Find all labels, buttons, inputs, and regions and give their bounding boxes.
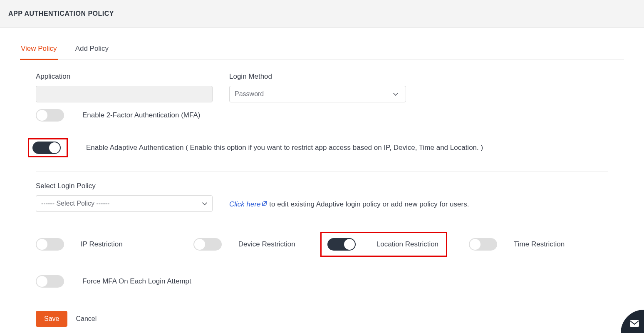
login-method-select[interactable]: Password xyxy=(229,86,406,102)
login-policy-placeholder: ------ Select Policy ------ xyxy=(41,200,109,207)
row-select-policy: Select Login Policy ------ Select Policy… xyxy=(36,182,608,212)
tabs: View Policy Add Policy xyxy=(20,45,624,60)
svg-rect-0 xyxy=(630,320,639,327)
cancel-button[interactable]: Cancel xyxy=(76,315,97,323)
login-method-label: Login Method xyxy=(229,72,406,81)
login-policy-hint: Click here to edit existing Adaptive log… xyxy=(229,200,469,212)
external-link-icon xyxy=(262,200,268,209)
action-row: Save Cancel xyxy=(36,311,608,327)
restriction-ip: IP Restriction xyxy=(36,238,123,251)
click-here-link[interactable]: Click here xyxy=(229,200,268,208)
section-divider xyxy=(36,171,608,172)
restriction-device: Device Restriction xyxy=(193,238,295,251)
page-title: APP AUTHENTICATION POLICY xyxy=(8,10,636,17)
toggle-enable-mfa[interactable] xyxy=(36,109,64,122)
mail-icon xyxy=(629,320,639,327)
login-method-value: Password xyxy=(235,90,264,98)
field-login-method: Login Method Password xyxy=(229,72,406,102)
tab-add-policy[interactable]: Add Policy xyxy=(74,45,109,60)
location-restriction-label: Location Restriction xyxy=(376,240,438,249)
row-enable-mfa: Enable 2-Factor Authentication (MFA) xyxy=(36,109,608,122)
content-area: View Policy Add Policy Application Login… xyxy=(0,28,644,327)
toggle-device-restriction[interactable] xyxy=(193,238,222,251)
row-force-mfa: Force MFA On Each Login Attempt xyxy=(36,275,608,288)
tab-view-policy[interactable]: View Policy xyxy=(20,45,58,60)
enable-mfa-label: Enable 2-Factor Authentication (MFA) xyxy=(82,111,200,119)
force-mfa-label: Force MFA On Each Login Attempt xyxy=(82,277,191,286)
row-application-login: Application Login Method Password xyxy=(36,72,608,102)
row-restrictions: IP Restriction Device Restriction Locati… xyxy=(36,232,608,257)
toggle-time-restriction[interactable] xyxy=(469,238,497,251)
login-policy-select[interactable]: ------ Select Policy ------ xyxy=(36,195,213,212)
field-application: Application xyxy=(36,72,213,102)
login-policy-hint-text: to edit existing Adaptive login policy o… xyxy=(268,200,469,208)
toggle-enable-adaptive[interactable] xyxy=(32,142,61,154)
login-policy-label: Select Login Policy xyxy=(36,182,213,190)
time-restriction-label: Time Restriction xyxy=(514,240,565,249)
restriction-location: Location Restriction xyxy=(320,232,447,257)
toggle-ip-restriction[interactable] xyxy=(36,238,64,251)
field-login-policy: Select Login Policy ------ Select Policy… xyxy=(36,182,213,212)
toggle-location-restriction[interactable] xyxy=(327,238,356,251)
restriction-time: Time Restriction xyxy=(469,238,565,251)
form-area: Application Login Method Password Enable… xyxy=(20,60,624,327)
enable-adaptive-label: Enable Adaptive Authentication ( Enable … xyxy=(86,144,483,152)
application-label: Application xyxy=(36,72,213,81)
toggle-force-mfa[interactable] xyxy=(36,275,64,288)
row-enable-adaptive: Enable Adaptive Authentication ( Enable … xyxy=(28,138,608,157)
chevron-down-icon xyxy=(202,200,207,207)
highlight-adaptive-toggle xyxy=(28,138,68,157)
device-restriction-label: Device Restriction xyxy=(238,240,295,249)
application-input[interactable] xyxy=(36,86,213,102)
ip-restriction-label: IP Restriction xyxy=(81,240,123,249)
save-button[interactable]: Save xyxy=(36,311,67,327)
chevron-down-icon xyxy=(393,90,398,98)
page-header: APP AUTHENTICATION POLICY xyxy=(0,0,644,28)
